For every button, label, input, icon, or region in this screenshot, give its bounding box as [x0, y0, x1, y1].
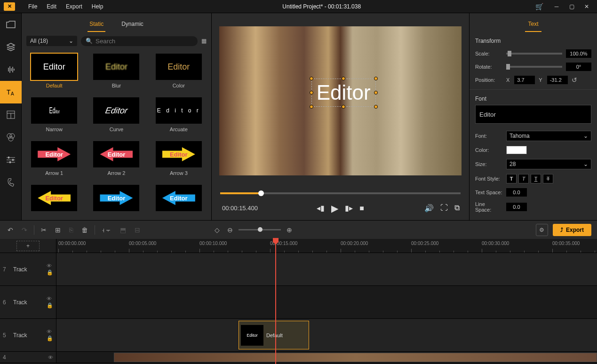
close-button[interactable]: ✕ [580, 1, 593, 12]
reset-position-icon[interactable]: ↺ [572, 76, 577, 84]
menu-help[interactable]: Help [87, 1, 108, 12]
preset-blur[interactable]: Editor Blur [88, 54, 145, 91]
resize-handle-mr[interactable] [374, 91, 378, 95]
tool-layers[interactable] [0, 36, 22, 58]
preset-arrow-5[interactable]: Editor [88, 185, 145, 216]
tool-settings[interactable] [0, 149, 22, 171]
snapshot-icon[interactable]: ⛶ [440, 204, 448, 213]
lock-icon[interactable]: 🔒 [47, 302, 53, 309]
track-content-5[interactable]: Editor Default [56, 319, 597, 351]
preset-curve[interactable]: Editor Curve [88, 97, 145, 135]
tab-text-props[interactable]: Text [525, 18, 541, 32]
color-swatch[interactable] [506, 146, 527, 154]
resize-handle-bl[interactable] [310, 105, 313, 109]
grid-view-icon[interactable]: ▦ [201, 38, 207, 44]
visibility-icon[interactable]: 👁 [48, 355, 53, 360]
zoom-out-button[interactable]: ⊖ [225, 224, 235, 236]
redo-button[interactable]: ↷ [20, 224, 29, 236]
font-select[interactable]: Tahoma ⌄ [506, 131, 591, 141]
tool-phone[interactable] [0, 171, 22, 194]
tool-media[interactable] [0, 13, 22, 36]
visibility-icon[interactable]: 👁 [47, 263, 53, 269]
media-clip[interactable] [114, 353, 597, 362]
scale-slider[interactable] [506, 53, 562, 55]
resize-handle-br[interactable] [374, 105, 378, 109]
strike-button[interactable]: T [543, 174, 553, 183]
delete-button[interactable]: 🗑 [80, 224, 90, 236]
rotate-value[interactable] [566, 63, 591, 71]
rotate-slider[interactable] [506, 66, 562, 68]
search-input[interactable] [96, 38, 193, 45]
next-frame-button[interactable]: ▮▸ [345, 204, 353, 213]
lock-icon[interactable]: 🔒 [47, 335, 53, 341]
playhead[interactable] [275, 239, 276, 364]
tool-grid[interactable] [0, 103, 22, 126]
maximize-button[interactable]: ▢ [565, 1, 578, 12]
zoom-slider[interactable] [239, 229, 281, 230]
preset-arrow-4[interactable]: Editor [25, 185, 83, 216]
tab-static[interactable]: Static [88, 18, 105, 32]
size-select[interactable]: 28 ⌄ [506, 159, 591, 169]
resize-handle-tc[interactable] [342, 77, 345, 80]
menu-export[interactable]: Export [61, 1, 87, 12]
menu-edit[interactable]: Edit [42, 1, 61, 12]
track-content-7[interactable] [56, 253, 597, 285]
preset-arcuate[interactable]: E d i t o r Arcuate [150, 97, 207, 135]
stop-button[interactable]: ■ [359, 204, 364, 213]
copy-button[interactable]: ⊞ [53, 224, 63, 236]
visibility-icon[interactable]: 👁 [47, 329, 53, 334]
zoom-in-button[interactable]: ⊕ [285, 224, 294, 236]
resize-handle-bc[interactable] [342, 105, 345, 109]
tool-text[interactable]: TA [0, 81, 22, 103]
track-content-4[interactable] [56, 352, 597, 363]
scrub-handle[interactable] [258, 190, 264, 196]
paste-button[interactable]: ⎘ [67, 224, 75, 236]
x-value[interactable] [514, 76, 535, 84]
text-content-input[interactable] [475, 105, 591, 124]
bold-button[interactable]: T [506, 174, 517, 183]
tool-audio[interactable] [0, 58, 22, 81]
prev-frame-button[interactable]: ◂▮ [317, 204, 325, 213]
add-track-button[interactable]: + [16, 241, 40, 251]
underline-button[interactable]: T [531, 174, 541, 183]
text-clip[interactable]: Editor Default [239, 321, 309, 349]
resize-handle-ml[interactable] [310, 91, 313, 95]
scrub-bar[interactable] [220, 189, 461, 198]
preset-arrow-6[interactable]: Editor [150, 185, 207, 216]
export-button[interactable]: ⤴ Export [553, 224, 591, 236]
preset-arrow-3[interactable]: Editor Arrow 3 [150, 141, 207, 178]
search-box[interactable]: 🔍 [81, 36, 198, 46]
preset-color[interactable]: Editor Color [150, 54, 207, 91]
minimize-button[interactable]: ─ [550, 1, 563, 12]
volume-icon[interactable]: 🔊 [424, 204, 434, 213]
text-overlay[interactable]: Editor [311, 79, 376, 107]
tab-dynamic[interactable]: Dynamic [119, 18, 145, 32]
preset-default[interactable]: Editor Default [25, 54, 83, 91]
text-space-value[interactable] [506, 188, 527, 197]
preset-arrow-2[interactable]: Editor Arrow 2 [88, 141, 145, 178]
undo-button[interactable]: ↶ [6, 224, 15, 236]
split-button[interactable]: ⫞⫟ [100, 224, 113, 236]
cart-icon[interactable]: 🛒 [535, 3, 543, 10]
group-button[interactable]: ⊟ [133, 224, 142, 236]
visibility-icon[interactable]: 👁 [47, 296, 53, 301]
filter-dropdown[interactable]: All (18) ⌄ [26, 36, 77, 46]
play-button[interactable]: ▶ [331, 203, 338, 214]
lock-icon[interactable]: 🔒 [47, 269, 53, 276]
line-space-value[interactable] [506, 203, 527, 211]
render-settings-button[interactable]: ⚙ [536, 224, 548, 236]
cut-button[interactable]: ✂ [39, 224, 48, 236]
italic-button[interactable]: T [518, 174, 529, 183]
tool-color[interactable] [0, 126, 22, 149]
timeline-ruler[interactable]: 00:00:00.00000:00:05.00000:00:10.00000:0… [56, 239, 597, 253]
resize-handle-tl[interactable] [310, 77, 313, 80]
fullscreen-icon[interactable]: ⧉ [454, 204, 460, 213]
scale-value[interactable] [566, 49, 591, 58]
marker-button[interactable]: ◇ [213, 224, 222, 236]
y-value[interactable] [547, 76, 568, 84]
preview-canvas[interactable]: Editor [219, 26, 462, 175]
crop-button[interactable]: ⬒ [118, 224, 128, 236]
track-content-6[interactable] [56, 286, 597, 318]
preset-narrow[interactable]: Editor Narrow [25, 97, 83, 135]
preset-arrow-1[interactable]: Editor Arrow 1 [25, 141, 83, 178]
